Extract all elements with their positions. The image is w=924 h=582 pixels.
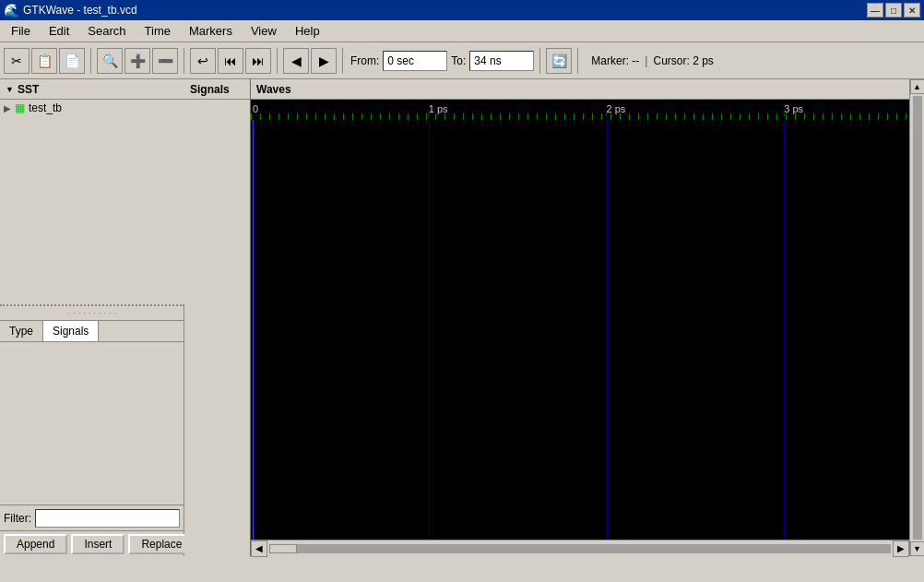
close-button[interactable]: ✕ xyxy=(904,3,920,18)
menu-search[interactable]: Search xyxy=(80,22,133,40)
zoom-fit-button[interactable]: 🔍 xyxy=(97,48,123,74)
vscroll-track[interactable] xyxy=(913,96,922,540)
right-panel: Signals Waves 0 1 ps 2 ps 3 ps xyxy=(184,79,924,556)
filter-label: Filter: xyxy=(4,512,31,525)
signals-list[interactable] xyxy=(0,342,184,505)
window-title: GTKWave - test_tb.vcd xyxy=(23,4,137,17)
menu-bar: File Edit Search Time Markers View Help xyxy=(0,20,924,42)
signals-tab-bar: Type Signals xyxy=(0,321,184,342)
waves-hscrollbar[interactable]: ◀ ▶ xyxy=(251,540,909,556)
menu-help[interactable]: Help xyxy=(288,22,327,40)
vscroll-down-button[interactable]: ▼ xyxy=(910,541,925,556)
tree-item-label: test_tb xyxy=(29,101,62,114)
wave-signals-header: Signals xyxy=(184,79,250,100)
maximize-button[interactable]: □ xyxy=(885,3,902,18)
marker-prev-button[interactable]: ◀ xyxy=(283,48,309,74)
sst-tree[interactable]: ▶ ▦ test_tb xyxy=(0,100,184,306)
menu-markers[interactable]: Markers xyxy=(182,22,240,40)
vscroll-up-button[interactable]: ▲ xyxy=(910,79,925,94)
grid-line-1 xyxy=(429,120,430,540)
grid-line-2 xyxy=(607,120,608,540)
undo-button[interactable]: ↩ xyxy=(190,48,216,74)
tab-signals[interactable]: Signals xyxy=(43,321,99,341)
marker-info: Marker: -- | Cursor: 2 ps xyxy=(591,54,713,67)
main-content: ▼ SST ▶ ▦ test_tb · · · · · · · · · · Ty… xyxy=(0,79,924,556)
hscroll-thumb[interactable] xyxy=(269,544,297,553)
tree-item-test-tb[interactable]: ▶ ▦ test_tb xyxy=(0,100,184,116)
toolbar-sep-1 xyxy=(90,48,91,74)
hscroll-left-button[interactable]: ◀ xyxy=(251,540,267,557)
filter-bar: Filter: xyxy=(0,505,184,530)
marker-next-button[interactable]: ▶ xyxy=(311,48,337,74)
hscroll-track[interactable] xyxy=(269,544,891,553)
paste-button[interactable]: 📄 xyxy=(59,48,85,74)
filter-input[interactable] xyxy=(35,509,180,528)
zoom-in-button[interactable]: ➕ xyxy=(124,48,150,74)
reload-button[interactable]: 🔄 xyxy=(546,48,572,74)
wave-draw-area[interactable] xyxy=(251,120,909,540)
ruler-tick-pattern xyxy=(251,113,909,120)
marker-label: Marker: -- xyxy=(591,54,639,67)
wave-signals-list xyxy=(184,100,250,556)
to-label: To: xyxy=(451,54,466,67)
toolbar-sep-5 xyxy=(539,48,540,74)
window-controls[interactable]: — □ ✕ xyxy=(867,3,920,18)
menu-view[interactable]: View xyxy=(243,22,284,40)
zoom-out-button[interactable]: ➖ xyxy=(152,48,178,74)
nav-last-button[interactable]: ⏭ xyxy=(245,48,271,74)
cursor-label: Cursor: 2 ps xyxy=(653,54,713,67)
cursor-line xyxy=(253,120,254,540)
copy-button[interactable]: 📋 xyxy=(31,48,57,74)
menu-time[interactable]: Time xyxy=(137,22,178,40)
from-input[interactable] xyxy=(383,51,447,71)
insert-button[interactable]: Insert xyxy=(71,534,124,554)
title-bar: 🌊 GTKWave - test_tb.vcd — □ ✕ xyxy=(0,0,924,20)
sst-title: SST xyxy=(18,83,39,96)
toolbar-sep-6 xyxy=(577,48,578,74)
to-input[interactable] xyxy=(469,51,534,71)
waves-canvas[interactable]: 0 1 ps 2 ps 3 ps xyxy=(251,100,909,540)
toolbar: ✂ 📋 📄 🔍 ➕ ➖ ↩ ⏮ ⏭ ◀ ▶ From: To: 🔄 Marker… xyxy=(0,42,924,79)
wave-ruler: 0 1 ps 2 ps 3 ps xyxy=(251,100,909,120)
toolbar-sep-2 xyxy=(184,48,184,74)
menu-file[interactable]: File xyxy=(4,22,38,40)
append-button[interactable]: Append xyxy=(4,534,67,554)
waves-header: Waves xyxy=(251,79,909,100)
bottom-buttons: Append Insert Replace xyxy=(0,530,184,556)
toolbar-sep-4 xyxy=(342,48,343,74)
nav-first-button[interactable]: ⏮ xyxy=(218,48,243,74)
grid-line-3 xyxy=(784,120,785,540)
from-label: From: xyxy=(350,54,379,67)
toolbar-sep-3 xyxy=(277,48,278,74)
app-icon: 🌊 xyxy=(4,3,19,18)
sst-header: ▼ SST xyxy=(0,79,184,100)
waves-vscrollbar[interactable]: ▲ ▼ xyxy=(909,79,924,556)
module-icon: ▦ xyxy=(15,101,25,114)
expand-icon: ▶ xyxy=(4,103,11,113)
menu-edit[interactable]: Edit xyxy=(41,22,77,40)
hscroll-right-button[interactable]: ▶ xyxy=(893,540,909,557)
minimize-button[interactable]: — xyxy=(867,3,883,18)
marker-cursor-sep: | xyxy=(645,54,647,67)
sst-resize-handle[interactable]: · · · · · · · · · · xyxy=(0,306,184,320)
cut-button[interactable]: ✂ xyxy=(4,48,30,74)
tab-type[interactable]: Type xyxy=(0,321,43,341)
